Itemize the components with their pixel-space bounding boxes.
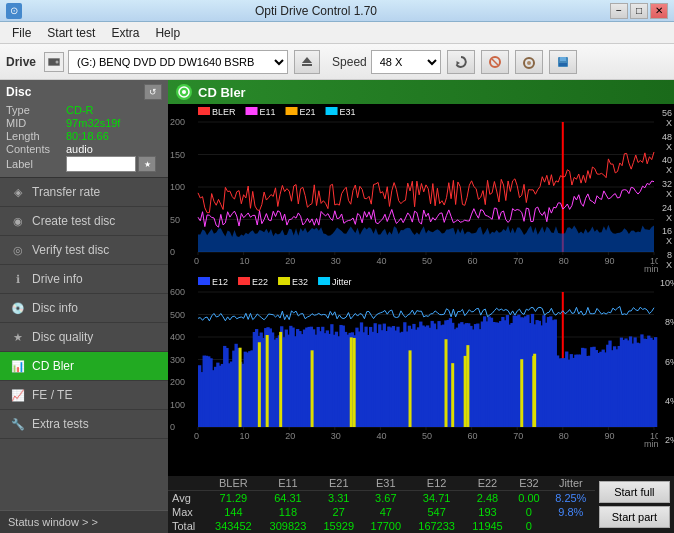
stats-cell-1-2: 27 xyxy=(315,505,362,519)
stats-cell-2-6: 0 xyxy=(511,519,547,533)
y2-r1: 10% xyxy=(660,278,674,288)
stats-col-e31: E31 xyxy=(362,476,409,491)
chart2-canvas xyxy=(168,274,658,449)
stats-cell-2-7 xyxy=(547,519,595,533)
chart2-y-right: 10% 8% 6% 4% 2% xyxy=(658,274,674,449)
toolbar: Drive (G:) BENQ DVD DD DW1640 BSRB Speed… xyxy=(0,44,674,80)
stats-cell-0-1: 64.31 xyxy=(261,491,316,506)
disc-contents-val: audio xyxy=(66,143,93,155)
chart1-section: 56 X 48 X 40 X 32 X 24 X 16 X 8 X xyxy=(168,104,674,274)
stats-cell-1-5: 193 xyxy=(464,505,511,519)
y2-r3: 6% xyxy=(660,357,674,367)
chart1-canvas xyxy=(168,104,658,274)
stats-cell-1-4: 547 xyxy=(409,505,464,519)
menu-start-test[interactable]: Start test xyxy=(39,24,103,42)
menu-file[interactable]: File xyxy=(4,24,39,42)
y1-r1: 56 X xyxy=(660,108,672,128)
stats-col-jitter: Jitter xyxy=(547,476,595,491)
svg-marker-3 xyxy=(302,57,312,63)
refresh-button[interactable] xyxy=(447,50,475,74)
main-layout: Disc ↺ Type CD-R MID 97m32s19f Length 80… xyxy=(0,80,674,533)
erase-button[interactable] xyxy=(481,50,509,74)
y1-r7: 8 X xyxy=(660,250,672,270)
nav-item-create-test-disc[interactable]: ◉Create test disc xyxy=(0,207,168,236)
nav-item-disc-quality[interactable]: ★Disc quality xyxy=(0,323,168,352)
stats-cell-2-1: 309823 xyxy=(261,519,316,533)
stats-cell-0-4: 34.71 xyxy=(409,491,464,506)
speed-select[interactable]: 48 X xyxy=(371,50,441,74)
svg-point-16 xyxy=(182,90,186,94)
save-button[interactable] xyxy=(549,50,577,74)
disc-info-box: Disc ↺ Type CD-R MID 97m32s19f Length 80… xyxy=(0,80,168,178)
nav-items-container: ◈Transfer rate◉Create test disc◎Verify t… xyxy=(0,178,168,439)
burn-button[interactable] xyxy=(515,50,543,74)
status-window-button[interactable]: Status window > > xyxy=(0,510,168,533)
chart1-y-right: 56 X 48 X 40 X 32 X 24 X 16 X 8 X xyxy=(658,104,674,274)
nav-item-transfer-rate[interactable]: ◈Transfer rate xyxy=(0,178,168,207)
menu-extra[interactable]: Extra xyxy=(103,24,147,42)
drive-icon xyxy=(44,52,64,72)
disc-label-icon-btn[interactable]: ★ xyxy=(138,156,156,172)
stats-cell-0-0: 71.29 xyxy=(206,491,261,506)
nav-item-disc-info[interactable]: 💿Disc info xyxy=(0,294,168,323)
nav-item-drive-info[interactable]: ℹDrive info xyxy=(0,265,168,294)
y2-r4: 4% xyxy=(660,396,674,406)
buttons-section: Start full Start part xyxy=(595,476,674,533)
disc-label-input[interactable] xyxy=(66,156,136,172)
stats-row-label-1: Max xyxy=(168,505,206,519)
start-part-button[interactable]: Start part xyxy=(599,506,670,528)
disc-mid-key: MID xyxy=(6,117,66,129)
nav-icon-extra-tests: 🔧 xyxy=(10,416,26,432)
menu-bar: File Start test Extra Help xyxy=(0,22,674,44)
stats-buttons-row: BLER E11 E21 E31 E12 E22 E32 Jitter Avg7… xyxy=(168,476,674,533)
y2-r2: 8% xyxy=(660,317,674,327)
disc-info-title: Disc xyxy=(6,85,31,99)
disc-mid-val: 97m32s19f xyxy=(66,117,120,129)
eject-button[interactable] xyxy=(294,50,320,74)
disc-type-val: CD-R xyxy=(66,104,94,116)
nav-item-extra-tests[interactable]: 🔧Extra tests xyxy=(0,410,168,439)
nav-label-drive-info: Drive info xyxy=(32,272,83,286)
stats-cell-0-6: 0.00 xyxy=(511,491,547,506)
y1-r5: 24 X xyxy=(660,203,672,223)
menu-help[interactable]: Help xyxy=(147,24,188,42)
nav-icon-cd-bler: 📊 xyxy=(10,358,26,374)
close-button[interactable]: ✕ xyxy=(650,3,668,19)
maximize-button[interactable]: □ xyxy=(630,3,648,19)
app-icon: ⊙ xyxy=(6,3,22,19)
stats-cell-0-5: 2.48 xyxy=(464,491,511,506)
chart1-area xyxy=(168,104,658,274)
nav-item-cd-bler[interactable]: 📊CD Bler xyxy=(0,352,168,381)
drive-select[interactable]: (G:) BENQ DVD DD DW1640 BSRB xyxy=(68,50,288,74)
minimize-button[interactable]: − xyxy=(610,3,628,19)
start-full-button[interactable]: Start full xyxy=(599,481,670,503)
title-bar-title: Opti Drive Control 1.70 xyxy=(22,4,610,18)
title-bar: ⊙ Opti Drive Control 1.70 − □ ✕ xyxy=(0,0,674,22)
svg-text:★: ★ xyxy=(144,160,151,169)
disc-info-refresh[interactable]: ↺ xyxy=(144,84,162,100)
stats-table: BLER E11 E21 E31 E12 E22 E32 Jitter Avg7… xyxy=(168,476,595,533)
nav-icon-create-test-disc: ◉ xyxy=(10,213,26,229)
nav-label-fe-te: FE / TE xyxy=(32,388,72,402)
stats-cell-1-7: 9.8% xyxy=(547,505,595,519)
disc-length-key: Length xyxy=(6,130,66,142)
chart2-area xyxy=(168,274,658,449)
stats-section: BLER E11 E21 E31 E12 E22 E32 Jitter Avg7… xyxy=(168,476,595,533)
stats-cell-1-3: 47 xyxy=(362,505,409,519)
nav-icon-transfer-rate: ◈ xyxy=(10,184,26,200)
chart-header: CD Bler xyxy=(168,80,674,104)
disc-label-key: Label xyxy=(6,158,66,170)
stats-cell-2-3: 17700 xyxy=(362,519,409,533)
speed-label: Speed xyxy=(332,55,367,69)
disc-type-key: Type xyxy=(6,104,66,116)
svg-rect-4 xyxy=(302,64,312,66)
stats-cell-2-5: 11945 xyxy=(464,519,511,533)
nav-item-fe-te[interactable]: 📈FE / TE xyxy=(0,381,168,410)
title-bar-left: ⊙ xyxy=(6,3,22,19)
stats-cell-2-0: 343452 xyxy=(206,519,261,533)
stats-cell-1-6: 0 xyxy=(511,505,547,519)
stats-cell-2-4: 167233 xyxy=(409,519,464,533)
chart-title: CD Bler xyxy=(198,85,246,100)
y1-r2: 48 X xyxy=(660,132,672,152)
nav-item-verify-test-disc[interactable]: ◎Verify test disc xyxy=(0,236,168,265)
